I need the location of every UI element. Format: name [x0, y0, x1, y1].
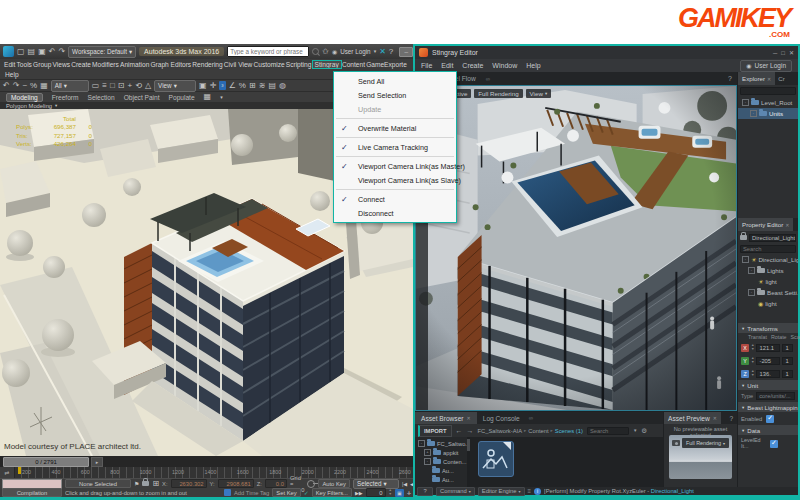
max-track-bar[interactable]: ⇄ 200 400 600 800 1000 1200 1400 1600 18…: [0, 467, 413, 478]
back-icon[interactable]: ←: [456, 427, 463, 434]
polygon-modeling-label[interactable]: Polygon Modeling: [6, 103, 52, 109]
frame-spinner[interactable]: ▲▼: [389, 489, 392, 496]
leveledit-checkbox[interactable]: [770, 440, 778, 448]
pe-node-lights[interactable]: - Lights: [738, 265, 798, 276]
link-icon[interactable]: [486, 76, 490, 82]
align-icon[interactable]: ≋: [259, 82, 266, 90]
pan-view-icon[interactable]: ✛: [407, 490, 411, 496]
z-scale-field[interactable]: 1: [782, 370, 793, 378]
collapse-icon[interactable]: -: [748, 289, 755, 296]
tree-node-audio[interactable]: Au...: [415, 466, 467, 475]
tab-create[interactable]: Cr: [775, 75, 788, 82]
explorer-node-units[interactable]: - Units: [738, 108, 798, 119]
mirror-icon[interactable]: ⊞: [249, 82, 256, 90]
menu-gameexporter[interactable]: GameExporte: [366, 61, 407, 68]
log-list-icon[interactable]: [528, 488, 532, 494]
close-icon[interactable]: [713, 415, 717, 421]
menu-help[interactable]: Help: [5, 71, 19, 78]
isolate-toggle-icon[interactable]: [224, 489, 231, 496]
stingray-viewport[interactable]: ✛ ⟲ △ Perspective Full Rendering View: [415, 85, 737, 411]
selection-filter-dropdown[interactable]: All: [51, 80, 89, 92]
x-coordinate-field[interactable]: 2630.302: [171, 479, 207, 488]
window-crossing-icon[interactable]: ⊡: [118, 82, 125, 90]
workspace-dropdown[interactable]: Workspace: Default: [68, 46, 136, 58]
menu-item-disconnect[interactable]: Disconnect: [334, 206, 456, 220]
x-translate-field[interactable]: 121.1: [756, 344, 780, 352]
y-coordinate-field[interactable]: 2908.681: [218, 479, 254, 488]
menu-edit[interactable]: Edit: [441, 62, 453, 69]
save-file-icon[interactable]: ▣: [38, 48, 46, 56]
bind-spacewarp-icon[interactable]: ▦: [40, 82, 48, 90]
undo-icon[interactable]: [49, 48, 56, 56]
collapse-icon[interactable]: -: [750, 110, 757, 117]
new-scene-icon[interactable]: ▢: [17, 48, 25, 56]
auto-key-button[interactable]: Auto Key: [318, 479, 350, 488]
help-icon[interactable]: ?: [417, 487, 433, 496]
tab-log-console[interactable]: Log Console: [477, 412, 526, 424]
shading-mode-button[interactable]: Full Rendering: [474, 89, 522, 98]
expand-icon[interactable]: +: [424, 449, 431, 456]
filter-icon[interactable]: [633, 428, 637, 433]
property-target-field[interactable]: Directional_Light: [749, 234, 796, 242]
tree-node-project[interactable]: -FC_Saltwo...: [415, 439, 467, 448]
menu-edit[interactable]: Edit: [4, 61, 15, 68]
max-search-input[interactable]: [227, 46, 309, 57]
transforms-section-header[interactable]: Transforms: [738, 323, 798, 333]
tree-node-audio-2[interactable]: Au...: [415, 475, 467, 484]
angle-snap-icon[interactable]: ∠: [229, 82, 236, 90]
menu-content[interactable]: Content: [342, 61, 365, 68]
pe-node-light-2[interactable]: ◉ light: [738, 298, 798, 309]
x-scale-field[interactable]: 1: [782, 344, 793, 352]
y-translate-field[interactable]: -205: [756, 357, 780, 365]
menu-help[interactable]: Help: [526, 62, 540, 69]
spinner-icon[interactable]: ▲▼: [751, 344, 754, 351]
chevron-down-icon[interactable]: [374, 49, 377, 54]
select-scale-icon[interactable]: △: [145, 82, 151, 90]
lock-icon[interactable]: [740, 235, 747, 240]
z-translate-field[interactable]: 136.: [756, 370, 780, 378]
close-icon[interactable]: [785, 222, 789, 228]
menu-item-live-camera-tracking[interactable]: Live Camera Tracking: [334, 140, 456, 154]
menu-group[interactable]: Group: [33, 61, 51, 68]
menu-item-send-selection[interactable]: Send Selection: [334, 88, 456, 102]
community-icon[interactable]: ✕: [379, 48, 386, 56]
maxscript-listener-button[interactable]: Compilation: [2, 488, 62, 497]
menu-modifiers[interactable]: Modifiers: [92, 61, 119, 68]
close-button[interactable]: [789, 49, 794, 56]
menu-item-send-all[interactable]: Send All: [334, 74, 456, 88]
camera-icon[interactable]: [672, 440, 680, 446]
select-rotate-icon[interactable]: ⟲: [135, 82, 142, 90]
gear-icon[interactable]: [641, 427, 647, 435]
key-filters-button[interactable]: Key Filters...: [312, 488, 352, 497]
select-link-icon[interactable]: ~: [22, 82, 27, 90]
use-pivot-icon[interactable]: ▣: [199, 82, 207, 90]
menu-rendering[interactable]: Rendering: [192, 61, 222, 68]
current-frame-marker[interactable]: [18, 467, 21, 474]
link-icon[interactable]: [529, 415, 533, 421]
add-time-tag-button[interactable]: Add Time Tag: [234, 490, 269, 496]
lock-selection-icon[interactable]: [142, 481, 149, 486]
set-key-button[interactable]: Set Key: [272, 488, 300, 497]
go-to-start-button[interactable]: |◀: [402, 481, 407, 487]
preview-render-area[interactable]: Full Rendering: [669, 435, 732, 479]
search-icon[interactable]: [312, 48, 319, 55]
collapse-icon[interactable]: -: [748, 267, 755, 274]
editor-engine-dropdown[interactable]: Editor Engine: [478, 487, 525, 496]
asset-search-input[interactable]: [587, 427, 629, 435]
layer-manager-icon[interactable]: ▤: [268, 82, 276, 90]
close-icon[interactable]: [467, 415, 471, 421]
minimize-button[interactable]: [399, 47, 413, 57]
enabled-checkbox[interactable]: [766, 415, 774, 423]
collapse-icon[interactable]: -: [742, 256, 749, 263]
frame-number-field[interactable]: 0: [366, 488, 386, 497]
rect-region-icon[interactable]: □: [110, 82, 115, 90]
beast-section-header[interactable]: Beast Lightmappin: [738, 402, 798, 412]
ribbon-tab-selection[interactable]: Selection: [88, 94, 115, 101]
scene-asset-thumbnail[interactable]: [478, 441, 514, 477]
menu-item-overwrite-material[interactable]: Overwrite Material: [334, 121, 456, 135]
next-key-button[interactable]: ▶▶: [355, 490, 363, 496]
redo-icon[interactable]: [13, 82, 20, 90]
pe-node-beast-settings[interactable]: - Beast Setti...: [738, 287, 798, 298]
menu-file[interactable]: File: [421, 62, 432, 69]
close-icon[interactable]: [767, 76, 771, 82]
